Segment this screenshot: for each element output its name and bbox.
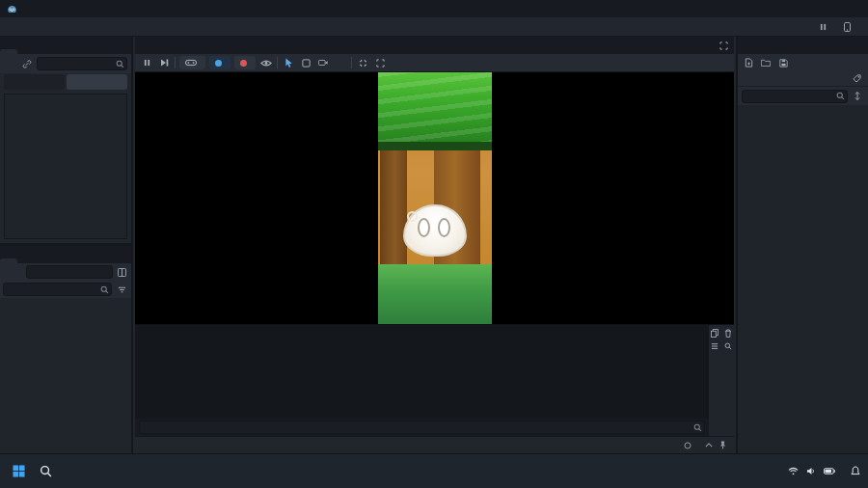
clear-log-icon[interactable]: [723, 328, 733, 338]
left-dock: [0, 37, 133, 453]
shrink-embed-button[interactable]: [356, 56, 369, 69]
scene-filter-wrap: [37, 57, 127, 70]
fs-filter-input[interactable]: [3, 283, 112, 296]
search-icon: [693, 423, 702, 432]
pin-panel-icon[interactable]: [719, 441, 726, 449]
load-resource-icon[interactable]: [759, 56, 773, 69]
fs-path-field[interactable]: [26, 265, 113, 279]
wifi-icon[interactable]: [788, 467, 799, 475]
system-tray: [773, 466, 860, 476]
toolbar-menu-icon[interactable]: [334, 56, 347, 69]
godot-logo-icon: [7, 4, 17, 14]
visibility-button[interactable]: [259, 56, 273, 69]
filesystem-nav: [0, 263, 131, 281]
scene-tabbar: [135, 37, 734, 54]
camera-2d-button[interactable]: [209, 56, 231, 69]
fs-split-view-icon[interactable]: [115, 265, 128, 279]
output-panel: [135, 324, 734, 436]
fs-sort-icon[interactable]: [115, 283, 128, 296]
resource-menu-icon[interactable]: [794, 56, 807, 69]
search-icon: [836, 92, 845, 100]
game-ground: [378, 264, 492, 324]
new-resource-icon[interactable]: [742, 56, 755, 69]
game-render-area: [378, 72, 492, 324]
pause-button[interactable]: [820, 23, 827, 31]
game-toolbar: [135, 54, 734, 72]
copy-log-icon[interactable]: [710, 328, 719, 338]
remote-view-button[interactable]: [4, 74, 65, 90]
3d-mode-icon: [240, 60, 247, 67]
filesystem-tabbar: [0, 246, 131, 263]
gamepad-icon: [185, 59, 197, 67]
output-filter-row: [135, 419, 709, 436]
pan-mode-button[interactable]: [299, 56, 312, 69]
search-icon: [100, 285, 109, 294]
filesystem-filter-row: [0, 281, 131, 298]
pause-game-button[interactable]: [140, 56, 153, 69]
taskbar: [0, 453, 868, 488]
search-log-icon[interactable]: [723, 341, 733, 351]
version-icon: [684, 442, 692, 449]
filesystem-tree: [0, 298, 131, 453]
instance-scene-button[interactable]: [20, 57, 34, 70]
input-mode-button[interactable]: [179, 56, 205, 69]
2d-mode-icon: [215, 60, 222, 67]
scene-dock: [0, 37, 131, 246]
collapse-log-icon[interactable]: [710, 341, 719, 351]
expand-sections-icon[interactable]: [851, 90, 864, 103]
taskbar-search-icon[interactable]: [35, 461, 56, 482]
menubar: [0, 17, 868, 37]
inspector-dock: [736, 37, 868, 453]
battery-icon[interactable]: [824, 468, 835, 474]
local-view-button[interactable]: [67, 74, 127, 90]
output-main: [135, 325, 709, 436]
slime-eye: [438, 218, 450, 237]
game-cursor: [407, 211, 418, 222]
center-area: [135, 37, 734, 453]
scene-toolbar: [0, 54, 131, 73]
inspector-filter-row: [738, 87, 868, 105]
remote-device-icon[interactable]: [844, 22, 851, 32]
search-icon: [116, 60, 124, 68]
save-resource-icon[interactable]: [776, 56, 790, 69]
output-log: [135, 325, 709, 419]
history-menu-icon[interactable]: [851, 56, 864, 69]
scene-tree: [4, 94, 127, 239]
tree-trunk: [380, 134, 407, 268]
inspector-filter-input[interactable]: [742, 90, 848, 103]
raise-panel-icon[interactable]: [705, 442, 713, 448]
inspector-tabbar: [738, 37, 868, 54]
scene-filter-input[interactable]: [37, 57, 127, 70]
add-node-button[interactable]: [4, 57, 17, 70]
object-properties-icon[interactable]: [850, 72, 863, 86]
inspector-subrow: [738, 71, 868, 87]
bottom-bar-right: [684, 441, 726, 449]
slime-eye: [418, 218, 430, 237]
inspector-toolbar: [738, 54, 868, 71]
embed-menu-icon[interactable]: [391, 56, 404, 69]
notifications-icon[interactable]: [851, 466, 860, 476]
start-button-icon[interactable]: [8, 461, 29, 482]
titlebar: [0, 0, 868, 17]
expand-embed-button[interactable]: [373, 56, 387, 69]
tree-canopy: [378, 72, 492, 142]
output-filter-input[interactable]: [139, 420, 705, 434]
scene-dock-tabbar: [0, 37, 131, 54]
godot-editor-window: [0, 0, 868, 488]
camera-override-button[interactable]: [316, 56, 330, 69]
camera-3d-button[interactable]: [234, 56, 256, 69]
game-viewport[interactable]: [135, 72, 734, 324]
volume-icon[interactable]: [806, 467, 816, 475]
select-mode-button[interactable]: [282, 56, 295, 69]
next-frame-button[interactable]: [157, 56, 171, 69]
filesystem-dock: [0, 246, 131, 453]
remote-local-switch: [0, 73, 131, 91]
expand-editor-icon[interactable]: [719, 41, 734, 50]
output-side-toolbar: [709, 325, 734, 436]
inspector-body: [738, 105, 868, 453]
bottom-bar: [135, 436, 734, 453]
playback-controls: [811, 17, 862, 37]
